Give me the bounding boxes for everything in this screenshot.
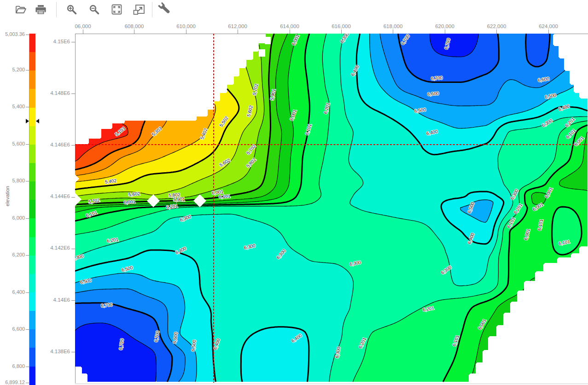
svg-text:6,101: 6,101 (219, 193, 231, 199)
svg-text:6,001: 6,001 (124, 199, 136, 205)
svg-text:6,600: 6,600 (427, 91, 439, 97)
svg-text:6,700: 6,700 (431, 75, 443, 81)
svg-text:5,901: 5,901 (173, 197, 185, 202)
